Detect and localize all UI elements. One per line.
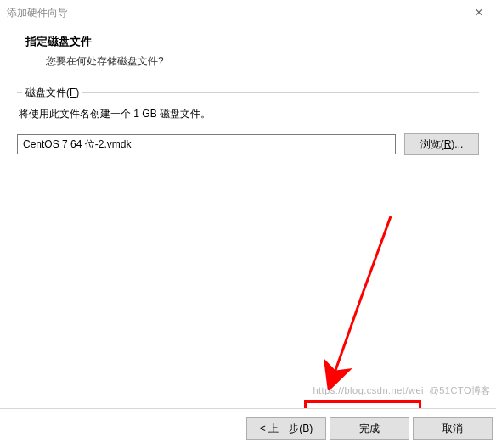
back-button[interactable]: < 上一步(B) — [246, 417, 326, 440]
browse-button-label: 浏览(R)... — [420, 138, 464, 150]
browse-button[interactable]: 浏览(R)... — [404, 133, 479, 155]
window-title: 添加硬件向导 — [7, 6, 68, 20]
disk-file-input[interactable] — [17, 134, 396, 154]
legend-text: 磁盘文件( — [25, 87, 70, 98]
page-title: 指定磁盘文件 — [25, 34, 488, 49]
wizard-header: 指定磁盘文件 您要在何处存储磁盘文件? — [0, 22, 496, 81]
group-legend: 磁盘文件(F) — [22, 86, 82, 100]
cancel-button[interactable]: 取消 — [413, 417, 493, 440]
description-text: 将使用此文件名创建一个 1 GB 磁盘文件。 — [19, 107, 479, 121]
legend-close: ) — [76, 87, 79, 98]
disk-file-group: 磁盘文件(F) 将使用此文件名创建一个 1 GB 磁盘文件。 浏览(R)... — [17, 92, 479, 172]
close-icon[interactable]: × — [469, 5, 489, 20]
titlebar: 添加硬件向导 × — [0, 0, 496, 22]
finish-button[interactable]: 完成 — [330, 417, 409, 440]
annotation-arrow — [314, 212, 408, 390]
page-subtitle: 您要在何处存储磁盘文件? — [25, 54, 488, 69]
file-input-row: 浏览(R)... — [17, 133, 479, 155]
wizard-button-bar: < 上一步(B) 完成 取消 — [0, 408, 496, 448]
watermark-text: https://blog.csdn.net/wei_@51CTO博客 — [313, 384, 491, 397]
